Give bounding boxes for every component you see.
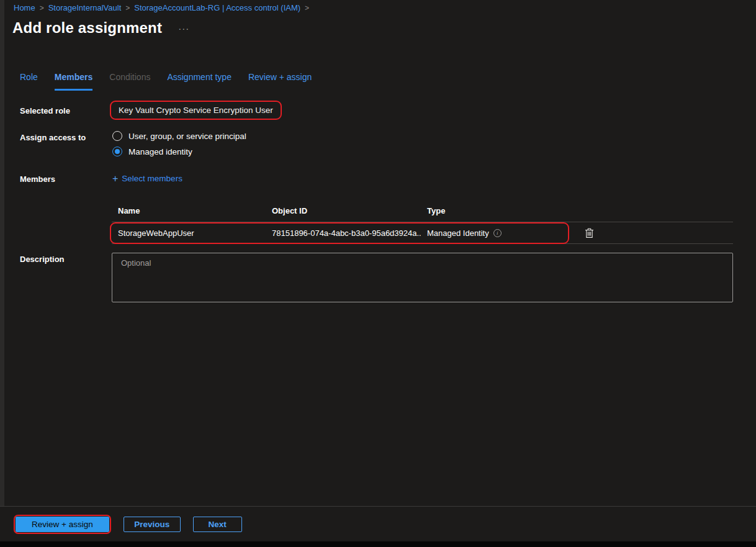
breadcrumb: Home > StorageInternalVault > StorageAcc… [14, 3, 309, 12]
selected-role-value: Key Vault Crypto Service Encryption User [119, 106, 273, 115]
member-type: Managed Identity i [421, 228, 569, 238]
description-input[interactable] [112, 253, 733, 302]
trash-icon [585, 228, 594, 238]
breadcrumb-home[interactable]: Home [14, 3, 35, 12]
selected-role-label: Selected role [20, 106, 70, 115]
previous-button[interactable]: Previous [124, 517, 181, 532]
member-name: StorageWebAppUser [112, 228, 266, 238]
radio-label: Managed identity [128, 147, 192, 156]
footer-action-bar: Review + assign Previous Next [0, 506, 756, 541]
column-header-name: Name [112, 206, 266, 215]
assign-access-to-radio-group: User, group, or service principal Manage… [112, 131, 246, 156]
radio-selected-icon[interactable] [112, 147, 122, 156]
tab-bar: Role Members Conditions Assignment type … [20, 72, 312, 83]
review-assign-annotation: Review + assign [14, 515, 111, 534]
left-edge-scrollbar[interactable] [0, 0, 4, 541]
tab-role[interactable]: Role [20, 72, 38, 83]
selected-role-value-annotation: Key Vault Crypto Service Encryption User [110, 101, 282, 120]
member-object-id: 78151896-074a-4abc-b3a0-95a6d3924a... [266, 228, 421, 238]
radio-label: User, group, or service principal [128, 132, 246, 141]
member-type-label: Managed Identity [427, 228, 489, 238]
tab-review-assign[interactable]: Review + assign [248, 72, 312, 83]
members-table: Name Object ID Type StorageWebAppUser 78… [112, 199, 733, 244]
title-row: Add role assignment ··· [12, 19, 189, 37]
members-table-header: Name Object ID Type [112, 199, 733, 222]
review-assign-button[interactable]: Review + assign [16, 517, 109, 532]
members-label: Members [20, 174, 55, 184]
plus-icon: + [112, 174, 118, 183]
delete-member-button[interactable] [585, 228, 594, 238]
breadcrumb-chevron-icon: > [40, 4, 44, 12]
breadcrumb-chevron-icon: > [125, 4, 130, 12]
info-icon[interactable]: i [493, 229, 502, 237]
radio-user-group-service-principal[interactable]: User, group, or service principal [112, 131, 246, 141]
more-options-icon[interactable]: ··· [178, 23, 189, 34]
select-members-label: Select members [122, 174, 182, 183]
tab-members[interactable]: Members [55, 72, 92, 83]
select-members-link[interactable]: + Select members [112, 174, 182, 183]
breadcrumb-chevron-icon: > [305, 4, 309, 12]
radio-unselected-icon[interactable] [112, 131, 122, 141]
tab-conditions: Conditions [109, 72, 150, 83]
assign-access-to-label: Assign access to [20, 133, 86, 142]
breadcrumb-access-control[interactable]: StorageAccountLab-RG | Access control (I… [134, 3, 300, 12]
tab-assignment-type[interactable]: Assignment type [167, 72, 232, 83]
breadcrumb-storageinternalvault[interactable]: StorageInternalVault [48, 3, 122, 12]
bottom-edge [0, 541, 756, 547]
table-row[interactable]: StorageWebAppUser 78151896-074a-4abc-b3a… [112, 222, 733, 244]
radio-managed-identity[interactable]: Managed identity [112, 147, 246, 156]
column-header-object-id: Object ID [266, 206, 421, 215]
column-header-type: Type [421, 206, 569, 215]
next-button[interactable]: Next [193, 517, 242, 532]
page-title: Add role assignment [12, 19, 162, 37]
description-label: Description [20, 255, 65, 264]
